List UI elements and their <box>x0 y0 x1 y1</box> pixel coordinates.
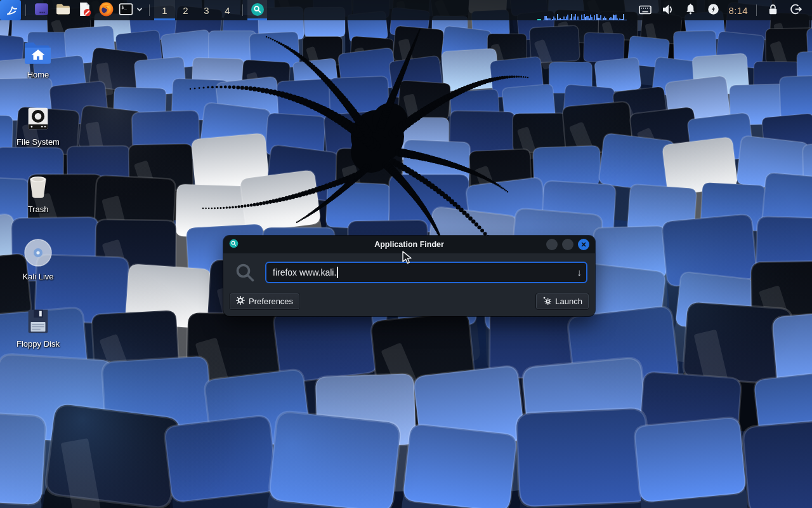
power-battery-icon <box>707 3 720 18</box>
run-gear-icon <box>542 296 551 307</box>
preferences-button[interactable]: Preferences <box>229 293 300 310</box>
terminal-icon: $_ <box>118 1 134 19</box>
window-app-icon <box>34 1 49 19</box>
panel-separator <box>756 4 757 16</box>
desktop-icon-label: File System <box>8 137 69 147</box>
launcher-terminal[interactable]: $_ <box>117 0 134 20</box>
notifications-tray-button[interactable] <box>679 0 702 20</box>
desktop-icon-kali-live[interactable]: Kali Live <box>8 236 69 281</box>
lock-icon <box>766 3 780 18</box>
folder-icon <box>55 1 71 19</box>
workspace-4[interactable]: 4 <box>217 0 238 20</box>
preferences-label: Preferences <box>249 297 293 306</box>
home-folder-icon <box>8 34 69 66</box>
workspace-1[interactable]: 1 <box>154 0 175 20</box>
desktop-icon-label: Floppy Disk <box>8 339 69 349</box>
hard-drive-icon <box>8 102 69 133</box>
workspace-2[interactable]: 2 <box>175 0 196 20</box>
kali-menu-button[interactable] <box>0 0 21 20</box>
bell-icon <box>684 3 697 18</box>
logout-icon <box>789 3 802 18</box>
app-finder-toggle-button[interactable] <box>247 0 267 20</box>
workspace-3[interactable]: 3 <box>196 0 217 20</box>
desktop-icon-label: Kali Live <box>8 272 69 281</box>
desktop-icon-home[interactable]: Home <box>8 34 69 79</box>
panel-separator <box>242 4 243 16</box>
top-panel: $_ 1 2 3 4 <box>0 0 812 20</box>
desktop-icon-label: Trash <box>8 204 69 214</box>
keyboard-tray-button[interactable] <box>634 0 657 20</box>
maximize-button[interactable] <box>562 239 573 250</box>
volume-tray-button[interactable] <box>657 0 679 20</box>
minimize-button[interactable] <box>546 239 558 250</box>
launcher-file-manager[interactable] <box>52 0 74 20</box>
terminal-dropdown-button[interactable] <box>134 0 145 20</box>
launch-button[interactable]: Launch <box>535 293 589 310</box>
svg-text:$_: $_ <box>121 4 127 10</box>
dropdown-arrow-icon[interactable]: ↓ <box>577 267 582 277</box>
desktop-icon-floppy-disk[interactable]: Floppy Disk <box>8 304 69 349</box>
floppy-disk-icon <box>8 304 69 335</box>
logout-button[interactable] <box>784 0 807 20</box>
search-icon <box>251 3 265 18</box>
window-title: Application Finder <box>223 240 595 249</box>
launcher-text-editor[interactable] <box>74 0 95 20</box>
desktop-icon-trash[interactable]: Trash <box>8 169 69 214</box>
launch-label: Launch <box>555 297 582 306</box>
launcher-window-app[interactable] <box>30 0 52 20</box>
clock[interactable]: 8:14 <box>725 0 752 20</box>
panel-separator <box>149 4 150 16</box>
keyboard-icon <box>638 3 652 18</box>
chevron-down-icon <box>136 6 143 15</box>
power-manager-tray-button[interactable] <box>702 0 725 20</box>
text-caret <box>337 267 338 278</box>
lock-screen-button[interactable] <box>761 0 784 20</box>
trash-icon <box>8 169 69 201</box>
close-button[interactable]: ✕ <box>578 239 589 250</box>
launcher-firefox[interactable] <box>95 0 117 20</box>
mouse-cursor <box>402 251 415 265</box>
system-tray: 8:14 <box>634 0 812 20</box>
system-load-graph <box>537 0 630 20</box>
large-search-icon <box>234 262 257 287</box>
volume-icon <box>661 3 675 18</box>
search-input[interactable] <box>265 262 587 283</box>
firefox-icon <box>98 1 114 19</box>
desktop-icon-label: Home <box>8 70 69 79</box>
desktop-icon-file-system[interactable]: File System <box>8 102 69 147</box>
panel-separator <box>25 4 26 16</box>
gear-icon <box>236 296 245 307</box>
application-finder-window: Application Finder ✕ ↓ <box>223 236 595 316</box>
optical-disc-icon <box>8 236 69 268</box>
text-editor-icon <box>77 1 93 19</box>
kali-logo-icon <box>4 3 18 18</box>
